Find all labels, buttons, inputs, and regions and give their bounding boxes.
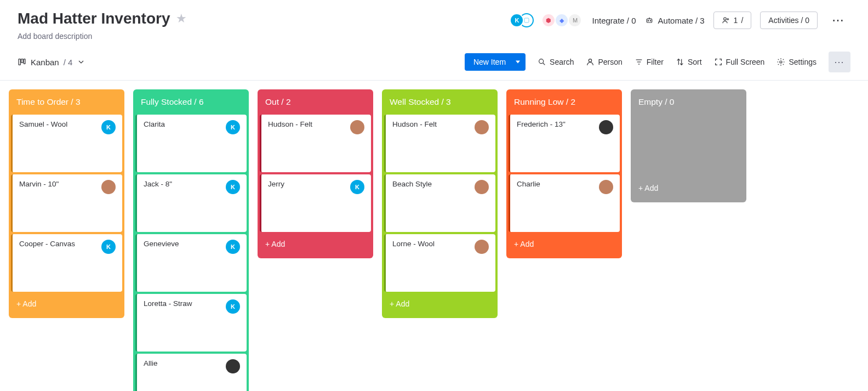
svg-rect-0	[524, 18, 529, 22]
board-description[interactable]: Add board description	[18, 32, 187, 41]
svg-point-3	[650, 20, 650, 21]
board-menu-button[interactable]: ⋯	[826, 10, 850, 31]
svg-point-11	[539, 59, 544, 64]
star-icon[interactable]: ★	[176, 12, 187, 26]
kanban-card[interactable]: Charlie	[509, 174, 620, 232]
card-title: Cooper - Canvas	[19, 240, 75, 248]
settings-button[interactable]: Settings	[776, 58, 816, 66]
gmail-icon: M	[569, 14, 581, 26]
svg-rect-8	[19, 59, 20, 65]
add-card-button[interactable]: + Add	[9, 292, 124, 318]
add-card-button[interactable]: + Add	[506, 232, 622, 258]
card-title: Beach Style	[392, 180, 432, 188]
kanban-card[interactable]: ClaritaK	[135, 115, 247, 172]
integration-badge-icon: ⬢	[542, 14, 555, 26]
card-avatar[interactable]	[475, 120, 489, 134]
chevron-down-icon	[77, 58, 85, 66]
search-icon	[538, 58, 546, 66]
toolbar-menu-button[interactable]: ⋯	[829, 52, 850, 72]
invite-members-button[interactable]: 1/	[713, 12, 752, 29]
column-header[interactable]: Out / 2	[258, 89, 373, 115]
automate-button[interactable]: Automate / 3	[645, 16, 705, 25]
add-card-button[interactable]: + Add	[258, 232, 373, 258]
kanban-board: Time to Order / 3Samuel - WoolKMarvin - …	[0, 81, 868, 391]
card-title: Marvin - 10"	[19, 180, 59, 188]
view-count: / 4	[64, 58, 73, 67]
card-avatar[interactable]: K	[226, 299, 240, 314]
kanban-icon	[18, 58, 26, 66]
add-card-button[interactable]: + Add	[631, 107, 746, 202]
kanban-card[interactable]: Allie	[135, 354, 247, 391]
kanban-card[interactable]: JerryK	[260, 174, 371, 232]
card-avatar[interactable]	[599, 180, 613, 194]
kanban-column: Empty / 0+ Add	[631, 89, 746, 202]
view-label: Kanban	[31, 58, 59, 67]
card-title: Frederich - 13"	[517, 120, 566, 128]
card-avatar[interactable]: K	[226, 120, 240, 134]
column-header[interactable]: Empty / 0	[631, 89, 746, 107]
filter-button[interactable]: Filter	[635, 58, 664, 66]
kanban-column: Time to Order / 3Samuel - WoolKMarvin - …	[9, 89, 124, 318]
card-avatar[interactable]: K	[101, 120, 116, 134]
card-avatar[interactable]	[475, 180, 489, 194]
column-body: Samuel - WoolKMarvin - 10"Cooper - Canva…	[9, 115, 124, 292]
card-avatar[interactable]	[475, 240, 489, 254]
kanban-card[interactable]: Frederich - 13"	[509, 115, 620, 172]
view-selector[interactable]: Kanban / 4	[18, 58, 85, 67]
card-avatar[interactable]: K	[101, 240, 116, 254]
new-item-button[interactable]: New Item	[465, 53, 526, 71]
person-plus-icon	[722, 16, 730, 25]
card-title: Genevieve	[144, 240, 179, 248]
card-title: Allie	[144, 359, 158, 367]
person-filter-button[interactable]: Person	[586, 58, 622, 66]
card-avatar[interactable]: K	[350, 180, 364, 194]
column-header[interactable]: Well Stocked / 3	[382, 89, 498, 115]
kanban-column: Well Stocked / 3Hudson - FeltBeach Style…	[382, 89, 498, 318]
column-header[interactable]: Running Low / 2	[506, 89, 622, 115]
card-avatar[interactable]: K	[226, 180, 240, 194]
card-avatar[interactable]	[101, 180, 116, 194]
kanban-card[interactable]: Hudson - Felt	[384, 115, 495, 172]
column-body: Frederich - 13"Charlie	[506, 115, 622, 232]
kanban-card[interactable]: Beach Style	[384, 174, 495, 232]
board-members-avatars[interactable]: K	[510, 13, 534, 27]
card-title: Lorne - Wool	[392, 240, 435, 248]
card-avatar[interactable]: K	[226, 240, 240, 254]
card-title: Jack - 8"	[144, 180, 172, 188]
card-avatar[interactable]	[226, 359, 240, 373]
svg-rect-9	[21, 59, 23, 63]
card-title: Hudson - Felt	[268, 120, 312, 128]
search-button[interactable]: Search	[538, 58, 574, 66]
card-title: Clarita	[144, 120, 165, 128]
kanban-column: Fully Stocked / 6ClaritaKJack - 8"KGenev…	[133, 89, 249, 391]
fullscreen-button[interactable]: Full Screen	[714, 58, 765, 66]
svg-point-17	[780, 61, 782, 63]
gear-icon	[776, 58, 785, 66]
column-header[interactable]: Time to Order / 3	[9, 89, 124, 115]
kanban-card[interactable]: Loretta - StrawK	[135, 294, 247, 352]
board-title[interactable]: Mad Hatter Inventory	[18, 10, 170, 27]
kanban-card[interactable]: Hudson - Felt	[260, 115, 371, 172]
kanban-card[interactable]: Samuel - WoolK	[11, 115, 122, 172]
kanban-card[interactable]: Jack - 8"K	[135, 174, 247, 232]
card-title: Samuel - Wool	[19, 120, 67, 128]
integration-badge-icon: ◆	[556, 14, 568, 26]
sort-button[interactable]: Sort	[676, 58, 702, 66]
integration-badges[interactable]: ⬢ ◆ M	[542, 14, 581, 26]
kanban-card[interactable]: Cooper - CanvasK	[11, 234, 122, 292]
card-avatar[interactable]	[350, 120, 364, 134]
svg-point-13	[589, 59, 592, 62]
kanban-card[interactable]: Marvin - 10"	[11, 174, 122, 232]
kanban-column: Running Low / 2Frederich - 13"Charlie+ A…	[506, 89, 622, 258]
add-card-button[interactable]: + Add	[382, 292, 498, 318]
svg-point-5	[723, 18, 726, 20]
integrate-button[interactable]: Integrate / 0	[592, 16, 636, 25]
svg-rect-10	[24, 59, 25, 64]
kanban-card[interactable]: GenevieveK	[135, 234, 247, 292]
card-avatar[interactable]	[599, 120, 613, 134]
kanban-card[interactable]: Lorne - Wool	[384, 234, 495, 292]
person-icon	[586, 58, 595, 66]
activities-button[interactable]: Activities / 0	[760, 12, 818, 29]
svg-point-2	[648, 20, 648, 21]
column-header[interactable]: Fully Stocked / 6	[133, 89, 249, 115]
